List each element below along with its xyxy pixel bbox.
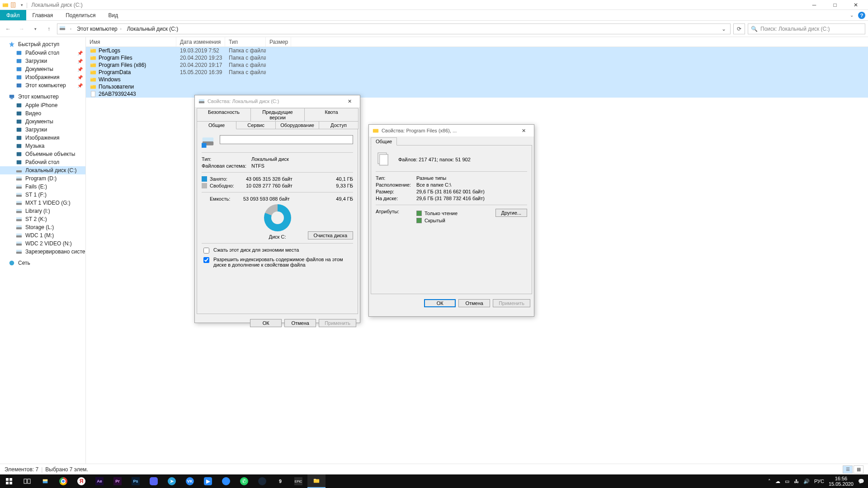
compress-checkbox[interactable]: Сжать этот диск для экономии места <box>202 247 353 255</box>
tray-clock[interactable]: 16:5615.05.2020 <box>829 476 854 487</box>
tray-battery-icon[interactable]: ▭ <box>785 479 789 484</box>
dialog-close-button[interactable]: ✕ <box>343 99 356 104</box>
ok-button[interactable]: ОК <box>250 319 282 327</box>
sidebar-item[interactable]: Этот компьютер📌 <box>0 81 85 89</box>
taskbar-app-discord[interactable] <box>145 474 163 488</box>
sidebar-item[interactable]: Музыка <box>0 142 85 150</box>
tab-prev-versions[interactable]: Предыдущие версии <box>250 108 305 121</box>
taskbar-app-video[interactable]: ▶ <box>199 474 217 488</box>
search-input[interactable]: 🔍 Поиск: Локальный диск (C:) <box>748 23 865 34</box>
up-button[interactable]: ↑ <box>43 23 54 34</box>
help-icon[interactable]: ? <box>858 12 865 19</box>
tab-tools[interactable]: Сервис <box>236 121 276 129</box>
sidebar-item[interactable]: Зарезервировано системой <box>0 248 85 256</box>
col-size[interactable]: Размер <box>266 37 291 47</box>
dialog-title[interactable]: Свойства: Program Files (x86), ... ✕ <box>369 125 534 136</box>
tray-expand-icon[interactable]: ˄ <box>768 479 771 484</box>
drive-label-input[interactable] <box>220 135 353 144</box>
sidebar-item[interactable]: Fails (E:) <box>0 183 85 191</box>
tab-hardware[interactable]: Оборудование <box>275 121 319 129</box>
minimize-button[interactable]: ─ <box>804 0 825 10</box>
sidebar-item[interactable]: Рабочий стол📌 <box>0 49 85 57</box>
start-button[interactable] <box>0 474 18 488</box>
tray-volume-icon[interactable]: 🔊 <box>803 479 810 484</box>
ok-button[interactable]: ОК <box>424 299 456 307</box>
col-date[interactable]: Дата изменения <box>176 37 225 47</box>
recent-dropdown-icon[interactable]: ▾ <box>30 23 41 34</box>
sidebar-item[interactable]: Storage (L:) <box>0 223 85 231</box>
taskbar-app-vk[interactable]: VK <box>181 474 199 488</box>
dialog-title[interactable]: Свойства: Локальный диск (C:) ✕ <box>195 95 360 107</box>
taskbar-app-steam[interactable] <box>253 474 271 488</box>
taskbar-app-generic-dark[interactable]: 9 <box>271 474 289 488</box>
table-row[interactable]: Program Files20.04.2020 19:23Папка с фай… <box>86 54 868 61</box>
taskbar-app-zoom[interactable] <box>217 474 235 488</box>
taskbar-app-epic[interactable]: EPIC <box>289 474 307 488</box>
sidebar-item[interactable]: WDC 2 VIDEO (N:) <box>0 239 85 248</box>
address-bar[interactable]: › Этот компьютер› Локальный диск (C:) ⌄ <box>57 23 731 34</box>
crumb-this-pc[interactable]: Этот компьютер› <box>76 26 124 32</box>
sidebar-item[interactable]: Изображения <box>0 134 85 142</box>
sidebar-item[interactable]: Рабочий стол <box>0 158 85 166</box>
sidebar-item[interactable]: Program (D:) <box>0 174 85 183</box>
sidebar-item[interactable]: Объемные объекты <box>0 150 85 158</box>
sidebar-item[interactable]: Видео <box>0 109 85 117</box>
sidebar-item[interactable]: Apple iPhone <box>0 101 85 109</box>
taskbar-app-explorer-pin[interactable] <box>36 474 54 488</box>
tab-general[interactable]: Общие <box>197 121 236 129</box>
taskbar-app-explorer[interactable] <box>307 474 326 488</box>
tab-security[interactable]: Безопасность <box>197 108 251 121</box>
table-row[interactable]: ProgramData15.05.2020 16:39Папка с файла… <box>86 69 868 76</box>
taskbar-app-telegram[interactable]: ➤ <box>163 474 181 488</box>
task-view-button[interactable] <box>18 474 36 488</box>
crumb-drive-c[interactable]: Локальный диск (C:) <box>126 26 179 32</box>
tab-sharing[interactable]: Доступ <box>319 121 359 129</box>
chevron-right-icon[interactable]: › <box>68 27 73 31</box>
sidebar-item[interactable]: ST 1 (F:) <box>0 191 85 199</box>
sidebar-item[interactable]: Загрузки📌 <box>0 57 85 65</box>
col-type[interactable]: Тип <box>225 37 266 47</box>
tab-file[interactable]: Файл <box>0 10 26 20</box>
qat-dropdown-icon[interactable]: ▾ <box>18 1 25 9</box>
taskbar-app-photoshop[interactable]: Ps <box>127 474 145 488</box>
hidden-checkbox[interactable]: Скрытый <box>416 218 495 223</box>
tab-share[interactable]: Поделиться <box>59 10 102 20</box>
taskbar-app-chrome[interactable] <box>54 474 72 488</box>
nav-quick-access[interactable]: Быстрый доступ <box>0 40 85 49</box>
sidebar-item[interactable]: MXT 1 VIDEO (G:) <box>0 199 85 207</box>
tab-quota[interactable]: Квота <box>304 108 359 121</box>
taskbar-app-premiere[interactable]: Pr <box>108 474 127 488</box>
close-button[interactable]: ✕ <box>845 0 866 10</box>
table-row[interactable]: Пользователи <box>86 83 868 90</box>
cancel-button[interactable]: Отмена <box>284 319 316 327</box>
details-view-button[interactable]: ☰ <box>843 465 853 474</box>
forward-button[interactable]: → <box>16 23 27 34</box>
apply-button[interactable]: Применить <box>319 319 356 327</box>
sidebar-item[interactable]: Документы📌 <box>0 65 85 73</box>
table-row[interactable]: Windows <box>86 76 868 83</box>
table-row[interactable]: PerfLogs19.03.2019 7:52Папка с файлами <box>86 47 868 54</box>
address-dropdown-icon[interactable]: ⌄ <box>719 26 728 32</box>
tab-home[interactable]: Главная <box>26 10 60 20</box>
tab-view[interactable]: Вид <box>102 10 124 20</box>
sidebar-item[interactable]: Документы <box>0 117 85 126</box>
nav-this-pc[interactable]: Этот компьютер <box>0 92 85 101</box>
disk-cleanup-button[interactable]: Очистка диска <box>308 231 353 239</box>
readonly-checkbox[interactable]: Только чтение <box>416 211 495 216</box>
ribbon-expand-icon[interactable]: ⌄ <box>850 13 854 18</box>
sidebar-item[interactable]: ST 2 (K:) <box>0 215 85 223</box>
sidebar-item[interactable]: WDC 1 (M:) <box>0 231 85 239</box>
tray-action-center-icon[interactable]: 💬 <box>858 479 864 484</box>
properties-qat-icon[interactable] <box>10 1 17 9</box>
allow-index-checkbox[interactable]: Разрешить индексировать содержимое файло… <box>202 257 353 267</box>
taskbar-app-whatsapp[interactable]: ✆ <box>235 474 253 488</box>
back-button[interactable]: ← <box>3 23 14 34</box>
sidebar-item[interactable]: Локальный диск (C:) <box>0 166 85 174</box>
large-icons-view-button[interactable]: ▦ <box>854 465 863 474</box>
maximize-button[interactable]: □ <box>825 0 845 10</box>
apply-button[interactable]: Применить <box>493 299 530 307</box>
col-name[interactable]: Имя <box>86 37 176 47</box>
tray-language[interactable]: РУС <box>814 479 824 484</box>
cancel-button[interactable]: Отмена <box>458 299 490 307</box>
sidebar-item[interactable]: Загрузки <box>0 126 85 134</box>
